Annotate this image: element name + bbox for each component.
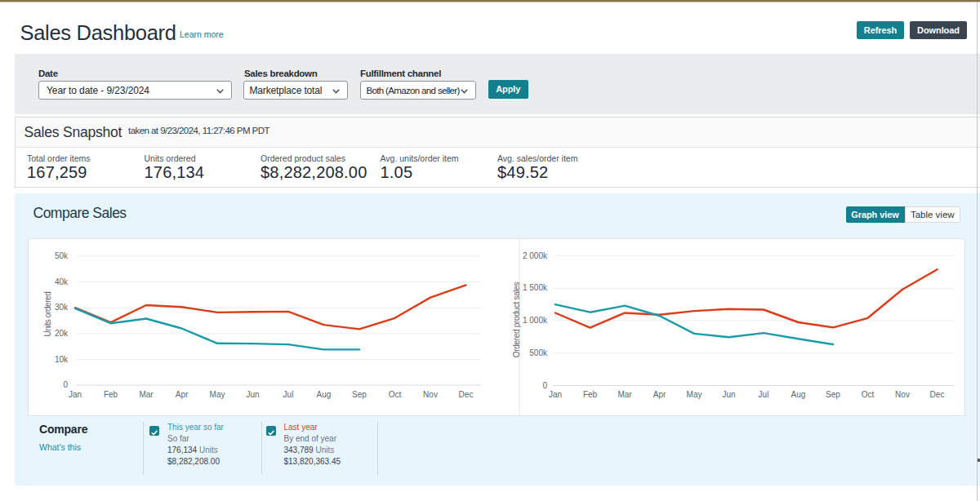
svg-text:Jun: Jun bbox=[722, 390, 735, 399]
svg-text:2 000k: 2 000k bbox=[523, 251, 548, 260]
svg-text:Jul: Jul bbox=[283, 390, 294, 399]
svg-text:Aug: Aug bbox=[317, 390, 332, 399]
svg-text:Oct: Oct bbox=[862, 390, 875, 399]
svg-text:Units ordered: Units ordered bbox=[43, 292, 52, 337]
svg-text:40k: 40k bbox=[55, 277, 69, 286]
svg-text:May: May bbox=[210, 390, 225, 399]
svg-text:1 500k: 1 500k bbox=[523, 283, 548, 292]
svg-text:May: May bbox=[687, 390, 702, 399]
svg-text:Dec: Dec bbox=[459, 390, 474, 399]
svg-text:Nov: Nov bbox=[895, 390, 910, 399]
svg-text:Oct: Oct bbox=[389, 390, 402, 399]
svg-text:Feb: Feb bbox=[104, 390, 118, 399]
svg-text:30k: 30k bbox=[55, 303, 69, 312]
svg-text:Aug: Aug bbox=[791, 390, 806, 399]
svg-text:10k: 10k bbox=[55, 355, 69, 364]
svg-text:Sep: Sep bbox=[352, 390, 367, 399]
svg-text:Dec: Dec bbox=[930, 390, 945, 399]
svg-text:Nov: Nov bbox=[423, 390, 438, 399]
svg-text:Jan: Jan bbox=[69, 390, 82, 399]
svg-text:0: 0 bbox=[542, 381, 547, 390]
svg-text:500k: 500k bbox=[529, 348, 548, 357]
svg-text:Jan: Jan bbox=[549, 390, 562, 399]
svg-text:Jun: Jun bbox=[246, 390, 259, 399]
svg-text:Mar: Mar bbox=[139, 390, 154, 399]
svg-text:1 000k: 1 000k bbox=[523, 316, 548, 325]
svg-text:Sep: Sep bbox=[826, 390, 840, 399]
svg-text:Apr: Apr bbox=[653, 390, 666, 399]
svg-text:Jul: Jul bbox=[759, 390, 769, 399]
svg-text:Mar: Mar bbox=[617, 390, 632, 399]
svg-text:0: 0 bbox=[63, 380, 68, 389]
svg-text:Ordered product sales: Ordered product sales bbox=[512, 282, 521, 357]
svg-text:Feb: Feb bbox=[583, 390, 598, 399]
svg-text:50k: 50k bbox=[55, 251, 69, 260]
svg-text:20k: 20k bbox=[55, 329, 69, 338]
svg-text:Apr: Apr bbox=[176, 390, 189, 399]
